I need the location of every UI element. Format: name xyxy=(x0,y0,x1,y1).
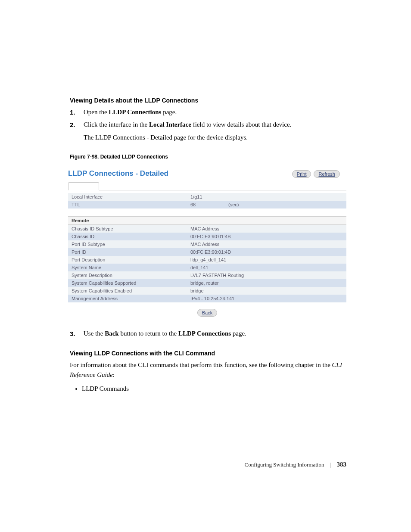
remote-header: Remote xyxy=(68,216,346,224)
page-footer: Configuring Switching Information | 383 xyxy=(245,461,346,468)
panel-buttons: Print Refresh xyxy=(292,170,340,178)
row-value: lldp_g4_dell_141 xyxy=(187,256,346,264)
figure-screenshot: LLDP Connections - Detailed Print Refres… xyxy=(68,165,346,317)
row-value: dell_141 xyxy=(187,264,346,271)
row-label: Port Description xyxy=(68,256,187,264)
footer-text: Configuring Switching Information xyxy=(245,461,324,468)
row-value: MAC Address xyxy=(187,224,346,233)
row-value: 68 xyxy=(187,201,225,208)
body-paragraph: For information about the CLI commands t… xyxy=(70,360,346,380)
steps-list-2: 3. Use the Back button to return to the … xyxy=(70,329,346,339)
row-label: System Capabilities Supported xyxy=(68,279,187,287)
step-number: 2. xyxy=(70,120,84,130)
row-label: Chassis ID Subtype xyxy=(68,224,187,233)
table-row: Chassis ID SubtypeMAC Address xyxy=(68,224,346,233)
table-row: TTL 68 (sec) xyxy=(68,201,346,208)
row-value-2 xyxy=(225,193,346,201)
page: Viewing Details about the LLDP Connectio… xyxy=(0,0,411,532)
section-heading-1: Viewing Details about the LLDP Connectio… xyxy=(70,97,346,104)
row-label: Port ID xyxy=(68,248,187,256)
table-row: System Capabilities Supportedbridge, rou… xyxy=(68,279,346,287)
row-label: Port ID Subtype xyxy=(68,240,187,248)
table-row: Port Descriptionlldp_g4_dell_141 xyxy=(68,256,346,264)
tab-bar xyxy=(68,182,346,190)
figure-caption: Figure 7-98. Detailed LLDP Connections xyxy=(70,154,346,160)
step-text: Open the LLDP Connections page. xyxy=(84,107,346,117)
refresh-button[interactable]: Refresh xyxy=(314,170,340,178)
back-row: Back xyxy=(68,308,346,317)
steps-list-1: 1. Open the LLDP Connections page. 2. Cl… xyxy=(70,107,346,130)
table-row: Local Interface 1/g11 xyxy=(68,193,346,201)
table-row: System Capabilities Enabledbridge xyxy=(68,287,346,295)
print-button[interactable]: Print xyxy=(292,170,311,178)
step-2-subtext: The LLDP Connections - Detailed page for… xyxy=(84,133,346,143)
row-value: MAC Address xyxy=(187,240,346,248)
step-text: Click the interface in the Local Interfa… xyxy=(84,120,346,130)
row-value: LVL7 FASTPATH Routing xyxy=(187,271,346,279)
table-row: Chassis ID00:FC:E3:90:01:4B xyxy=(68,233,346,240)
row-value: 1/g11 xyxy=(187,193,225,201)
table-row: System Namedell_141 xyxy=(68,264,346,271)
row-value-2: (sec) xyxy=(225,201,346,208)
table-row: System DescriptionLVL7 FASTPATH Routing xyxy=(68,271,346,279)
table-row: Port ID00:FC:E3:90:01:4D xyxy=(68,248,346,256)
page-number: 383 xyxy=(337,461,347,468)
bullet-list: LLDP Commands xyxy=(70,384,346,394)
row-label: System Capabilities Enabled xyxy=(68,287,187,295)
footer-separator: | xyxy=(330,461,331,468)
row-label: Local Interface xyxy=(68,193,187,201)
step-3: 3. Use the Back button to return to the … xyxy=(70,329,346,339)
row-value: 00:FC:E3:90:01:4D xyxy=(187,248,346,256)
section-heading-2: Viewing LLDP Connections with the CLI Co… xyxy=(70,350,346,357)
step-2: 2. Click the interface in the Local Inte… xyxy=(70,120,346,130)
remote-header-row: Remote xyxy=(68,216,346,224)
step-number: 1. xyxy=(70,107,84,117)
table-row: Port ID SubtypeMAC Address xyxy=(68,240,346,248)
row-value: IPv4 - 10.254.24.141 xyxy=(187,295,346,302)
back-button[interactable]: Back xyxy=(197,309,217,317)
bullet-item: LLDP Commands xyxy=(82,384,346,394)
row-label: Chassis ID xyxy=(68,233,187,240)
table-row: Management AddressIPv4 - 10.254.24.141 xyxy=(68,295,346,302)
step-number: 3. xyxy=(70,329,84,339)
row-value: bridge, router xyxy=(187,279,346,287)
row-label: Management Address xyxy=(68,295,187,302)
row-label: TTL xyxy=(68,201,187,208)
step-text: Use the Back button to return to the LLD… xyxy=(84,329,346,339)
remote-table: Remote Chassis ID SubtypeMAC Address Cha… xyxy=(68,216,346,302)
row-label: System Name xyxy=(68,264,187,271)
top-table: Local Interface 1/g11 TTL 68 (sec) xyxy=(68,193,346,208)
row-value: bridge xyxy=(187,287,346,295)
step-1: 1. Open the LLDP Connections page. xyxy=(70,107,346,117)
row-label: System Description xyxy=(68,271,187,279)
row-value: 00:FC:E3:90:01:4B xyxy=(187,233,346,240)
